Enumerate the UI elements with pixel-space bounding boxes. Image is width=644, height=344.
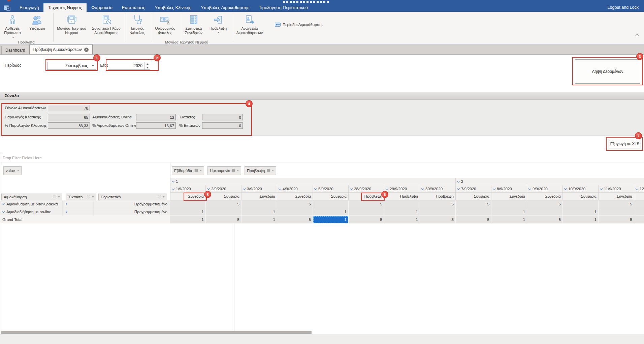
sort-icon[interactable] bbox=[87, 196, 90, 198]
sort-icon[interactable] bbox=[195, 169, 198, 172]
filter-icon[interactable] bbox=[272, 170, 274, 171]
pivot-type-header[interactable]: Συνεδρία bbox=[313, 193, 349, 200]
pivot-cell[interactable]: 5 bbox=[349, 200, 384, 208]
chevron-down-icon[interactable] bbox=[350, 187, 353, 190]
pivot-row-expand[interactable] bbox=[63, 208, 94, 216]
ribbon-item[interactable]: Στατιστικά Συνεδριών bbox=[183, 12, 205, 41]
pivot-row-header[interactable]: Αιμοκάθαρση με διτανθρακικά bbox=[0, 200, 63, 208]
pivot-row-incident[interactable]: Προγραμματισμένο bbox=[94, 208, 170, 216]
chevron-down-icon[interactable] bbox=[2, 202, 5, 205]
chevron-down-icon[interactable] bbox=[279, 187, 281, 190]
chevron-right-icon[interactable] bbox=[65, 203, 67, 205]
filter-icon[interactable] bbox=[17, 170, 19, 171]
chevron-down-icon[interactable] bbox=[457, 180, 460, 182]
sort-icon[interactable] bbox=[158, 196, 161, 198]
pivot-cell[interactable]: 1 bbox=[313, 208, 349, 216]
pivot-column-field-2[interactable]: Πρόβλεψη bbox=[245, 166, 276, 175]
pivot-week-group-1[interactable]: 1 bbox=[170, 178, 456, 185]
chevron-down-icon[interactable] bbox=[457, 187, 460, 190]
menu-item-6[interactable]: Τιμολόγηση Περιστατικού bbox=[254, 3, 313, 12]
year-spinner[interactable]: 2020 bbox=[108, 62, 150, 70]
chevron-down-icon[interactable] bbox=[243, 187, 246, 190]
ribbon-item[interactable]: Ιατρικός Φάκελος bbox=[127, 12, 148, 41]
menu-item-5[interactable]: Υποβολές Αιμοκάθαρσης bbox=[196, 3, 254, 12]
pivot-date-header[interactable]: 28/9/2020 bbox=[349, 185, 384, 193]
pivot-row-field-0[interactable]: Αιμοκάθαρση bbox=[1, 194, 62, 200]
pivot-cell[interactable] bbox=[242, 200, 277, 208]
pivot-selected-cell[interactable]: 1 bbox=[313, 216, 349, 224]
period-dropdown[interactable]: Σεπτέμβριος bbox=[47, 62, 96, 70]
ribbon-item-periods[interactable]: Περίοδοι Αιμοκάθαρσης bbox=[273, 21, 325, 28]
pivot-cell[interactable]: 5 bbox=[206, 216, 242, 224]
pivot-cell[interactable] bbox=[563, 200, 599, 208]
pivot-row-expand[interactable] bbox=[63, 200, 94, 208]
pivot-column-field-1[interactable]: Ημερομηνία bbox=[207, 166, 241, 175]
menu-item-4[interactable]: Υποβολές Κλινικής bbox=[150, 3, 196, 12]
pivot-cell[interactable] bbox=[206, 208, 242, 216]
chevron-down-icon[interactable] bbox=[172, 187, 174, 190]
pivot-type-header[interactable]: Συνεδρία bbox=[242, 193, 277, 200]
chevron-down-icon[interactable] bbox=[493, 187, 495, 190]
chevron-down-icon[interactable] bbox=[314, 187, 317, 190]
app-icon[interactable] bbox=[0, 3, 15, 12]
pivot-type-header[interactable]: Συνεδρία bbox=[527, 193, 563, 200]
pivot-cell[interactable]: 5 bbox=[420, 216, 456, 224]
chevron-down-icon[interactable] bbox=[386, 187, 388, 190]
pivot-cell[interactable]: 5 bbox=[420, 200, 456, 208]
menu-item-3[interactable]: Εκτυπώσεις bbox=[117, 3, 150, 12]
pivot-cell[interactable]: 5 bbox=[527, 216, 563, 224]
chevron-down-icon[interactable] bbox=[636, 187, 638, 190]
pivot-type-header[interactable]: Συνεδρία bbox=[170, 193, 206, 200]
pivot-cell[interactable] bbox=[384, 200, 420, 208]
pivot-row-field-1[interactable]: Έκτακτο bbox=[66, 194, 96, 200]
menu-item-1[interactable]: Τεχνητός Νεφρός bbox=[43, 3, 87, 12]
tab-forecast[interactable]: Πρόβλεψη Αιμοκαθάρσεων✕ bbox=[29, 45, 93, 54]
pivot-cell[interactable] bbox=[313, 200, 349, 208]
filter-icon[interactable] bbox=[163, 196, 165, 198]
pivot-cell[interactable]: 1 bbox=[170, 216, 206, 224]
ribbon-item[interactable]: Μονάδα Τεχνητού Νεφρού bbox=[55, 12, 88, 41]
pivot-row-incident[interactable]: Προγραμματισμένο bbox=[94, 200, 170, 208]
pivot-type-header[interactable]: Πρόβλεψη bbox=[384, 193, 420, 200]
ribbon-item[interactable]: Συνοπτικό Πλάνο Αιμοκάθαρσης bbox=[90, 12, 122, 41]
pivot-cell[interactable]: 1 bbox=[563, 208, 599, 216]
filter-icon[interactable] bbox=[58, 196, 60, 198]
pivot-date-header[interactable]: 11/9/2020 bbox=[599, 185, 634, 193]
chevron-down-icon[interactable] bbox=[207, 187, 210, 190]
tab-close-icon[interactable]: ✕ bbox=[84, 48, 89, 52]
pivot-cell[interactable] bbox=[349, 208, 384, 216]
ribbon-collapse-icon[interactable] bbox=[636, 32, 638, 38]
chevron-right-icon[interactable] bbox=[65, 210, 67, 213]
pivot-cell[interactable]: 1 bbox=[491, 208, 527, 216]
sort-icon[interactable] bbox=[267, 169, 270, 172]
pivot-type-header[interactable]: Συνεδρία bbox=[599, 193, 634, 200]
pivot-data-field-button[interactable]: value bbox=[3, 166, 22, 175]
ribbon-item[interactable]: Οικονομικός Φάκελος bbox=[153, 12, 178, 41]
pivot-date-header[interactable]: 12/9/2020 bbox=[634, 185, 644, 193]
pivot-cell[interactable] bbox=[634, 208, 644, 216]
spin-up-icon[interactable] bbox=[145, 62, 150, 66]
ribbon-item[interactable]: Αναγγελία Αιμοκαθάρσεων bbox=[234, 12, 265, 41]
ribbon-item[interactable]: Ασθενείς Πρόσωπα bbox=[3, 12, 22, 41]
pivot-cell[interactable]: 1 bbox=[563, 216, 599, 224]
pivot-cell[interactable]: 5 bbox=[456, 200, 491, 208]
pivot-date-header[interactable]: 8/9/2020 bbox=[491, 185, 527, 193]
pivot-date-header[interactable]: 30/9/2020 bbox=[420, 185, 456, 193]
sort-icon[interactable] bbox=[53, 196, 56, 198]
horizontal-scrollbar-thumb[interactable] bbox=[1, 331, 312, 334]
pivot-cell[interactable] bbox=[277, 208, 313, 216]
filter-icon[interactable] bbox=[200, 170, 202, 171]
chevron-down-icon[interactable] bbox=[2, 210, 5, 213]
pivot-cell[interactable] bbox=[527, 208, 563, 216]
pivot-cell[interactable]: 5 bbox=[599, 216, 634, 224]
tab-dashboard[interactable]: Dashboard bbox=[1, 46, 29, 54]
pivot-type-header[interactable]: Συνεδρία bbox=[277, 193, 313, 200]
chevron-down-icon[interactable] bbox=[564, 187, 567, 190]
pivot-date-header[interactable]: 29/9/2020 bbox=[384, 185, 420, 193]
pivot-date-header[interactable]: 2/9/2020 bbox=[206, 185, 242, 193]
pivot-cell[interactable] bbox=[456, 208, 491, 216]
pivot-column-field-0[interactable]: Εβδομάδα bbox=[172, 166, 204, 175]
pivot-type-header[interactable]: Συνεδρία bbox=[563, 193, 599, 200]
pivot-cell[interactable] bbox=[420, 208, 456, 216]
pivot-cell[interactable]: 5 bbox=[349, 216, 384, 224]
